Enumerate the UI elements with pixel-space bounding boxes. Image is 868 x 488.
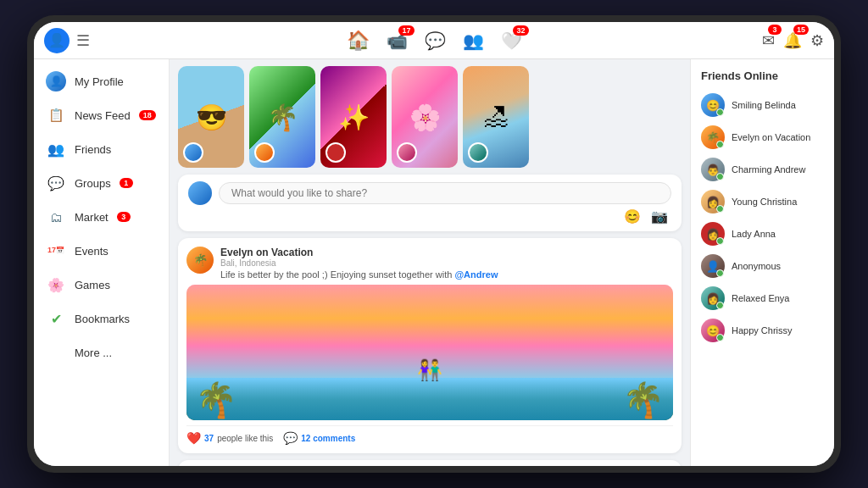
- sidebar-item-friends[interactable]: 👥 Friends: [34, 132, 169, 166]
- nav-left: 👤 ☰: [44, 28, 129, 53]
- friend-name-young-christina: Young Christina: [732, 197, 797, 207]
- camera-icon[interactable]: 📷: [651, 208, 668, 225]
- post-evelyn-author: Evelyn on Vacation: [220, 247, 673, 258]
- stories-row: 😎 🌴 ✨ 🌸 �: [178, 66, 682, 168]
- story-item-4[interactable]: 🌸: [392, 66, 458, 168]
- post-evelyn-likes-label: people like this: [217, 434, 273, 443]
- pool-people: 👫: [417, 358, 442, 382]
- friend-name-evelyn-vacation: Evelyn on Vacation: [732, 132, 810, 142]
- story-avatar-5: [468, 142, 488, 163]
- friend-item-young-christina[interactable]: 👩 Young Christina: [691, 186, 834, 218]
- post-evelyn-text-content: Life is better by the pool ;) Enjoying s…: [220, 269, 452, 280]
- sidebar-icon-more: [46, 342, 66, 363]
- messages-icon: 💬: [425, 30, 446, 51]
- friend-avatar-relaxed-enya: 👩: [701, 286, 725, 310]
- nav-friends[interactable]: 👥: [463, 30, 484, 51]
- palm-tree-right: 🌴: [622, 380, 665, 420]
- friend-name-relaxed-enya: Relaxed Enya: [732, 293, 790, 303]
- composer-user-avatar: [188, 181, 212, 205]
- heart-badge: 32: [513, 25, 528, 36]
- sidebar-item-groups[interactable]: 💬 Groups 1: [34, 166, 169, 200]
- nav-settings[interactable]: ⚙: [810, 31, 824, 50]
- friends-nav-icon: 👥: [463, 30, 484, 51]
- story-avatar-1: [183, 142, 203, 163]
- bell-badge: 15: [793, 25, 809, 35]
- story-avatar-4: [397, 142, 417, 163]
- nav-home[interactable]: 🏠: [347, 30, 370, 52]
- settings-icon: ⚙: [810, 32, 824, 49]
- sidebar-item-events[interactable]: 17 📅 Events: [34, 234, 169, 268]
- tablet-frame: 👤 ☰ 🏠 📹 17 💬 👥: [27, 15, 841, 473]
- nav-messages[interactable]: 💬: [425, 30, 446, 51]
- friend-avatar-charming-andrew: 👨: [701, 158, 725, 181]
- friend-name-anonymous: Anonymous: [732, 261, 781, 271]
- sidebar-icon-events: 17 📅: [46, 241, 66, 261]
- post-evelyn-image: 🌴 🌴 👫: [186, 285, 673, 420]
- sidebar-icon-market: 🗂: [46, 207, 66, 227]
- composer-row: [188, 181, 671, 205]
- composer-input[interactable]: [219, 182, 671, 204]
- nav-center: 🏠 📹 17 💬 👥 🤍 32: [129, 30, 739, 52]
- sidebar-icon-news-feed: 📋: [46, 105, 66, 125]
- friend-name-lady-anna: Lady Anna: [732, 229, 776, 239]
- sidebar-label-bookmarks: Bookmarks: [75, 313, 130, 325]
- sidebar-item-news-feed[interactable]: 📋 News Feed 18: [34, 98, 169, 132]
- sidebar-icon-games: 🌸: [46, 274, 66, 295]
- friend-item-happy-chrissy[interactable]: 😊 Happy Chrissy: [691, 314, 834, 347]
- sidebar-badge-market: 3: [117, 212, 131, 222]
- sidebar-item-market[interactable]: 🗂 Market 3: [34, 200, 169, 234]
- sidebar-item-my-profile[interactable]: 👤 My Profile: [34, 64, 169, 98]
- pool-water: [186, 378, 673, 420]
- post-evelyn-meta: Evelyn on Vacation Bali, Indonesia Life …: [220, 247, 673, 280]
- mail-badge: 3: [768, 25, 782, 35]
- friend-avatar-happy-chrissy: 😊: [701, 319, 725, 342]
- nav-bell[interactable]: 🔔 15: [783, 31, 802, 50]
- sidebar-icon-bookmarks: ✔: [46, 308, 66, 329]
- hamburger-menu[interactable]: ☰: [76, 31, 90, 50]
- post-evelyn-mention[interactable]: @Andrew: [454, 269, 498, 280]
- sidebar-icon-profile: 👤: [46, 71, 66, 92]
- post-evelyn-avatar: 🌴: [186, 247, 214, 274]
- sidebar-label-my-profile: My Profile: [75, 75, 124, 88]
- sidebar-item-bookmarks[interactable]: ✔ Bookmarks: [34, 302, 169, 336]
- nav-video[interactable]: 📹 17: [387, 30, 408, 51]
- story-item-1[interactable]: 😎: [178, 66, 244, 168]
- sidebar-item-more[interactable]: More ...: [34, 336, 169, 369]
- user-avatar[interactable]: 👤: [44, 28, 70, 53]
- friend-avatar-young-christina: 👩: [701, 190, 725, 214]
- main-area: 👤 My Profile 📋 News Feed 18 👥 Friends: [34, 59, 834, 466]
- bell-icon: 🔔: [783, 32, 802, 49]
- friend-item-anonymous[interactable]: 👤 Anonymous: [691, 250, 834, 282]
- post-evelyn-likes-count: 37: [204, 434, 214, 443]
- post-evelyn-comments[interactable]: 💬 12 comments: [283, 431, 355, 445]
- friend-item-lady-anna[interactable]: 👩 Lady Anna: [691, 218, 834, 250]
- story-item-5[interactable]: 🏖: [463, 66, 529, 168]
- sidebar-badge-news-feed: 18: [139, 110, 156, 120]
- story-item-3[interactable]: ✨: [320, 66, 387, 168]
- friend-item-relaxed-enya[interactable]: 👩 Relaxed Enya: [691, 282, 834, 314]
- friend-item-evelyn-vacation[interactable]: 🌴 Evelyn on Vacation: [691, 121, 834, 153]
- story-item-2[interactable]: 🌴: [249, 66, 315, 168]
- sidebar-label-news-feed: News Feed: [75, 109, 131, 122]
- mail-icon: ✉: [762, 32, 775, 49]
- sidebar-label-more: More ...: [75, 347, 112, 359]
- emoji-icon[interactable]: 😊: [624, 208, 641, 225]
- nav-mail[interactable]: ✉ 3: [762, 31, 775, 50]
- sidebar-label-friends: Friends: [75, 143, 111, 156]
- nav-notifications[interactable]: 🤍 32: [501, 30, 522, 51]
- story-avatar-3: [326, 142, 346, 163]
- post-evelyn: 🌴 Evelyn on Vacation Bali, Indonesia Lif…: [178, 238, 682, 453]
- sidebar-label-events: Events: [75, 245, 108, 258]
- post-composer: 😊 📷: [178, 175, 682, 231]
- heart-stat-icon: ❤️: [186, 431, 201, 445]
- tablet-screen: 👤 ☰ 🏠 📹 17 💬 👥: [34, 22, 834, 466]
- nav-right: ✉ 3 🔔 15 ⚙: [739, 31, 824, 50]
- profile-avatar: 👤: [46, 71, 66, 92]
- top-nav: 👤 ☰ 🏠 📹 17 💬 👥: [34, 22, 834, 59]
- friend-item-smiling-belinda[interactable]: 😊 Smiling Belinda: [691, 89, 834, 121]
- friend-avatar-evelyn-vacation: 🌴: [701, 125, 725, 149]
- post-evelyn-likes[interactable]: ❤️ 37 people like this: [186, 431, 273, 445]
- user-avatar-icon: 👤: [48, 32, 65, 48]
- sidebar-item-games[interactable]: 🌸 Games: [34, 268, 169, 302]
- friend-item-charming-andrew[interactable]: 👨 Charming Andrew: [691, 153, 834, 186]
